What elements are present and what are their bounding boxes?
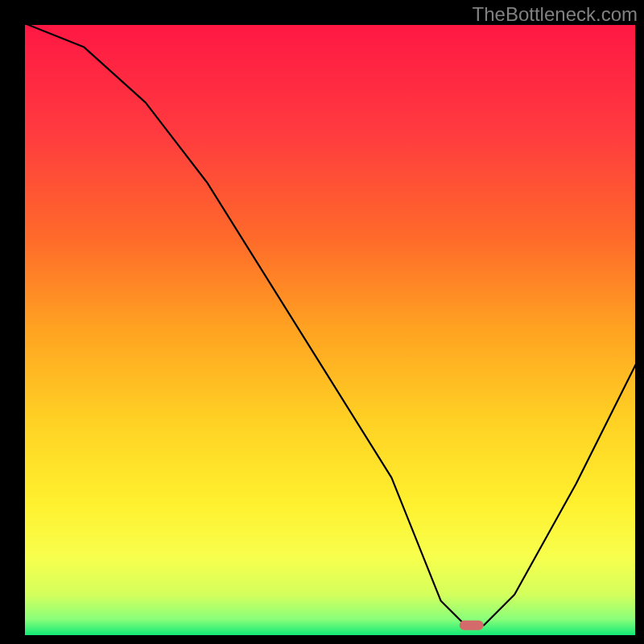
plot-background <box>23 23 638 638</box>
watermark-text: TheBottleneck.com <box>473 3 638 26</box>
chart-svg <box>0 0 644 644</box>
chart-container: TheBottleneck.com <box>0 0 644 644</box>
optimal-marker <box>460 621 484 630</box>
